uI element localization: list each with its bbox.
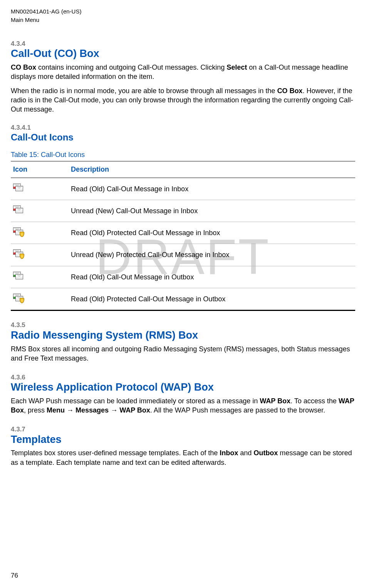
text-bold-co-box: CO Box [11,63,36,71]
section-number-434: 4.3.4 [11,40,355,48]
table-row: Read (Old) Protected Call-Out Message in… [11,222,355,244]
envelope-unread-inbox-icon [13,205,23,214]
section-title-templates: Templates [11,434,355,446]
paragraph: CO Box contains incoming and outgoing Ca… [11,63,355,82]
call-out-icons-table: Icon Description Read (Old) Call-Out Mes… [11,161,355,311]
text: and [238,449,254,457]
table-header-icon: Icon [11,161,69,177]
section-title-rms-box: Radio Messenging System (RMS) Box [11,330,355,341]
envelope-read-outbox-icon [13,272,23,280]
text-bold-wap-box: WAP Box [260,397,290,405]
table-row: Unread (New) Protected Call-Out Message … [11,244,355,266]
breadcrumb-section: Main Menu [11,16,355,24]
section-number-435: 4.3.5 [11,321,355,330]
table-row: Read (Old) Call-Out Message in Inbox [11,178,355,200]
table-cell-icon [11,200,69,222]
table-cell-description: Read (Old) Protected Call-Out Message in… [69,222,355,244]
text-bold-wap-box: WAP Box [119,406,150,414]
text-bold-messages: Messages [76,406,109,414]
text: . To access the [290,397,339,405]
table-cell-description: Unread (New) Call-Out Message in Inbox [69,200,355,222]
table-row: Read (Old) Call-Out Message in Outbox [11,266,355,288]
text-arrow: → [109,406,119,414]
text: Each WAP Push message can be loaded imme… [11,397,260,405]
page-number: 76 [11,571,18,580]
envelope-read-inbox-icon [13,184,23,192]
table-caption: Table 15: Call-Out Icons [11,150,355,159]
table-cell-description: Read (Old) Call-Out Message in Outbox [69,266,355,288]
table-row: Read (Old) Protected Call-Out Message in… [11,288,355,311]
paragraph: Each WAP Push message can be loaded imme… [11,396,355,415]
text: When the radio is in normal mode, you ar… [11,87,277,95]
text-arrow: → [65,406,76,414]
table-cell-description: Read (Old) Call-Out Message in Inbox [69,178,355,200]
section-title-call-out-icons: Call-Out Icons [11,132,355,142]
text: Templates box stores user-defined messag… [11,449,220,457]
envelope-read-protected-inbox-icon [13,227,23,236]
text: . All the WAP Push messages are passed t… [150,406,325,414]
section-title-wap-box: Wireless Application Protocol (WAP) Box [11,382,355,393]
table-cell-icon [11,244,69,266]
paragraph: RMS Box stores all incoming and outgoing… [11,344,355,363]
table-cell-icon [11,266,69,288]
text-bold-menu: Menu [47,406,65,414]
table-row: Unread (New) Call-Out Message in Inbox [11,200,355,222]
text-bold-outbox: Outbox [254,449,278,457]
paragraph: Templates box stores user-defined messag… [11,448,355,467]
section-title-co-box: Call-Out (CO) Box [11,48,355,60]
table-cell-description: Read (Old) Protected Call-Out Message in… [69,288,355,311]
envelope-read-protected-outbox-icon [13,294,23,302]
table-cell-icon [11,288,69,311]
table-cell-description: Unread (New) Protected Call-Out Message … [69,244,355,266]
section-number-437: 4.3.7 [11,425,355,434]
text: contains incoming and outgoing Call-Out … [36,63,227,71]
table-cell-icon [11,178,69,200]
text: , press [24,406,47,414]
section-number-4341: 4.3.4.1 [11,124,355,132]
paragraph: When the radio is in normal mode, you ar… [11,86,355,114]
table-header-description: Description [69,161,355,177]
doc-id: MN002041A01-AG (en-US) [11,8,355,15]
text-bold-select: Select [227,63,247,71]
envelope-unread-protected-inbox-icon [13,249,23,258]
text-bold-inbox: Inbox [220,449,238,457]
table-cell-icon [11,222,69,244]
section-number-436: 4.3.6 [11,373,355,382]
text-bold-co-box: CO Box [277,87,302,95]
